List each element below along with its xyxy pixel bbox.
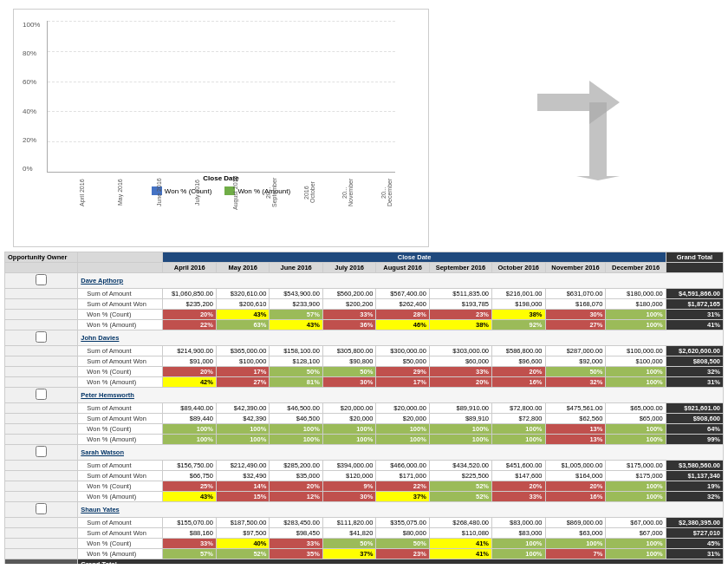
y-axis-labels: 100% 80% 60% 40% 20% 0%	[23, 21, 40, 173]
cell-value: $66,750	[163, 471, 216, 481]
cell-value: $42,390.00	[216, 403, 269, 414]
owner-name[interactable]: Sarah Watson	[78, 445, 724, 461]
cell-value: $100,000	[216, 356, 269, 367]
col-jul: July 2016	[322, 263, 375, 273]
row-label: Sum of Amount	[78, 346, 163, 356]
cell-value: 52%	[216, 549, 269, 559]
cell-value: $543,900.00	[270, 289, 322, 299]
cell-value: 12%	[270, 492, 322, 502]
top-section: 100% 80% 60% 40% 20% 0%	[0, 0, 728, 252]
cell-value: $466,000.00	[376, 461, 429, 471]
cell-value: $212,490.00	[216, 461, 269, 471]
owner-name[interactable]: Dave Apthorp	[78, 273, 724, 289]
cell-value: $285,200.00	[270, 461, 322, 471]
cell-value: $168,070	[545, 299, 606, 310]
cell-value: $869,000.00	[545, 518, 606, 528]
owner-name[interactable]: John Davies	[78, 330, 724, 346]
cell-value: $175,000	[606, 471, 666, 481]
cell-value: 92%	[492, 320, 545, 330]
cell-value: 32%	[545, 377, 606, 388]
cell-value: 100%	[163, 435, 216, 445]
cell-value: 41%	[429, 549, 491, 559]
cell-value: 100%	[492, 424, 545, 435]
owner-name[interactable]: Shaun Yates	[78, 502, 724, 518]
grand-total-cell: $2,620,600.00	[666, 346, 723, 356]
cell-value: $72,800.00	[492, 403, 545, 414]
col-may: May 2016	[216, 263, 269, 273]
cell-value: $32,490	[216, 471, 269, 481]
owner-checkbox[interactable]	[36, 503, 47, 514]
cell-value: 50%	[270, 367, 322, 377]
cell-value: $320,610.00	[216, 289, 269, 299]
cell-value: 22%	[376, 481, 429, 492]
col-dec: December 2016	[606, 263, 666, 273]
cell-value: $200,610	[216, 299, 269, 310]
cell-value: $164,000	[545, 471, 606, 481]
cell-value: $111,820.00	[322, 518, 375, 528]
grand-total-cell: 31%	[666, 310, 723, 320]
cell-value: 38%	[492, 310, 545, 320]
cell-value: $355,075.00	[376, 518, 429, 528]
row-label: Sum of Amount	[78, 461, 163, 471]
cell-value: 27%	[216, 377, 269, 388]
cell-value: 30%	[322, 377, 375, 388]
cell-value: $303,000.00	[429, 346, 491, 356]
cell-value: 17%	[376, 377, 429, 388]
col-oct: October 2016	[492, 263, 545, 273]
cell-value: $1,060,850.00	[163, 289, 216, 299]
row-label: Sum of Amount Won	[78, 471, 163, 481]
cell-value: $97,500	[216, 528, 269, 539]
cell-value: 43%	[163, 492, 216, 502]
cell-value: $586,800.00	[492, 346, 545, 356]
cell-value: $268,480.00	[429, 518, 491, 528]
cell-value: 20%	[492, 481, 545, 492]
cell-value: 100%	[606, 539, 666, 549]
grand-total-cell: 41%	[666, 320, 723, 330]
data-table: Opportunity Owner Close Date Grand Total…	[4, 252, 724, 564]
grand-total-cell: $4,591,866.00	[666, 289, 723, 299]
cell-value: $1,005,000.00	[545, 461, 606, 471]
cell-value: $46,500.00	[270, 403, 322, 414]
cell-value: $394,000.00	[322, 461, 375, 471]
cell-value: 7%	[545, 549, 606, 559]
cell-value: $187,500.00	[216, 518, 269, 528]
grand-total-cell: 64%	[666, 424, 723, 435]
cell-value: 23%	[429, 310, 491, 320]
cell-value: $42,390	[216, 414, 269, 424]
cell-value: $216,001.00	[492, 289, 545, 299]
owner-name[interactable]: Peter Hemsworth	[78, 388, 724, 403]
cell-value: $305,800.00	[322, 346, 375, 356]
cell-value: 20%	[270, 481, 322, 492]
cell-value: 15%	[216, 492, 269, 502]
grand-total-header: Grand Total	[666, 252, 723, 263]
cell-value: 20%	[545, 481, 606, 492]
cell-value: 33%	[429, 367, 491, 377]
cell-value: $233,900	[270, 299, 322, 310]
row-label: Sum of Amount Won	[78, 414, 163, 424]
cell-value: 42%	[163, 377, 216, 388]
metric-header	[78, 252, 163, 263]
cell-value: $41,820	[322, 528, 375, 539]
owner-checkbox[interactable]	[36, 331, 47, 343]
owner-checkbox[interactable]	[36, 389, 47, 400]
cell-value: $475,561.00	[545, 403, 606, 414]
cell-value: 23%	[376, 549, 429, 559]
cell-value: 100%	[376, 424, 429, 435]
cell-value: 33%	[163, 539, 216, 549]
col-jun: June 2016	[270, 263, 322, 273]
cell-value: 35%	[270, 549, 322, 559]
cell-value: $63,000	[545, 528, 606, 539]
owner-checkbox[interactable]	[36, 274, 47, 285]
cell-value: 50%	[322, 539, 375, 549]
cell-value: $100,000.00	[606, 346, 666, 356]
cell-value: 41%	[429, 539, 491, 549]
owner-checkbox[interactable]	[36, 446, 47, 457]
cell-value: $171,000	[376, 471, 429, 481]
cell-value: 100%	[606, 320, 666, 330]
grand-total-label: Grand Total	[78, 559, 724, 565]
cell-value: 20%	[163, 367, 216, 377]
row-label: Won % (Count)	[78, 367, 163, 377]
svg-marker-1	[576, 102, 620, 180]
cell-value: $235,200	[163, 299, 216, 310]
cell-value: 50%	[545, 367, 606, 377]
